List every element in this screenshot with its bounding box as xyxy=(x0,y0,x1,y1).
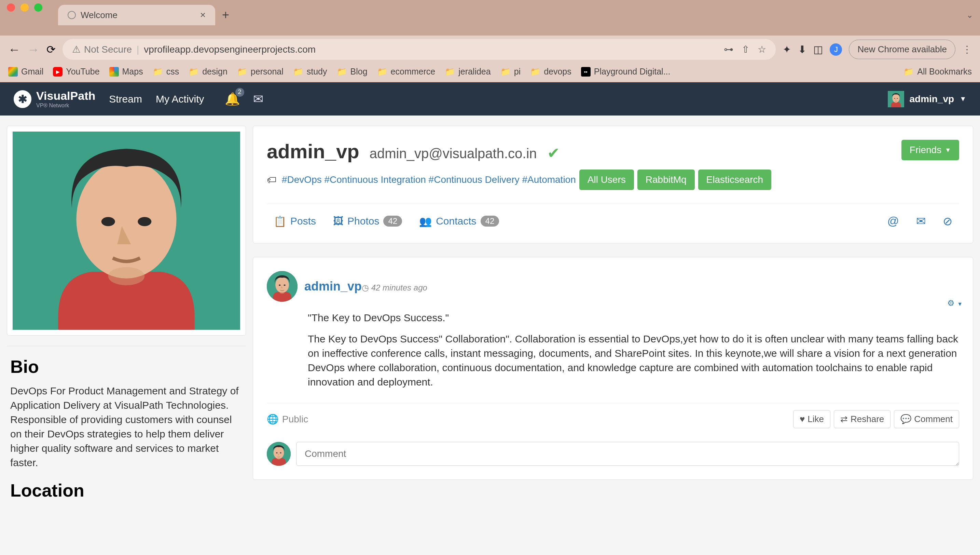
profile-name: admin_vp xyxy=(267,140,359,163)
globe-icon: 🌐 xyxy=(267,414,279,425)
reshare-button[interactable]: ⇄Reshare xyxy=(834,410,890,428)
all-users-button[interactable]: All Users xyxy=(579,170,634,190)
profile-picture[interactable] xyxy=(13,132,240,330)
post-author-avatar[interactable] xyxy=(267,271,297,302)
logo-icon: ✱ xyxy=(14,90,32,108)
post-card: admin_vp◷ 42 minutes ago ⚙ ▼ "The Key to… xyxy=(253,257,973,480)
elasticsearch-button[interactable]: Elasticsearch xyxy=(698,170,772,190)
user-menu[interactable]: admin_vp ▼ xyxy=(888,91,967,107)
bookmark-item[interactable]: ▪▪Playground Digital... xyxy=(581,67,670,77)
post-body: The Key to DevOps Success" Collaboration… xyxy=(308,332,959,389)
bookmark-label: Maps xyxy=(122,67,143,77)
back-button[interactable]: ← xyxy=(8,42,21,57)
tab-close-button[interactable]: × xyxy=(200,10,206,21)
verified-icon: ✔ xyxy=(547,144,560,162)
maps-icon xyxy=(109,67,119,77)
youtube-icon: ▶ xyxy=(53,67,62,77)
notification-count: 2 xyxy=(235,88,244,97)
caret-down-icon: ▼ xyxy=(957,301,962,307)
nav-activity[interactable]: My Activity xyxy=(156,93,204,105)
tabs-dropdown-button[interactable]: ⌄ xyxy=(966,10,973,20)
bookmark-item[interactable]: 📁personal xyxy=(237,67,283,77)
key-icon[interactable]: ⊶ xyxy=(724,44,733,55)
tag-link[interactable]: #Continuous Delivery xyxy=(429,174,520,185)
bookmark-item[interactable]: 📁devops xyxy=(530,67,571,77)
browser-menu-button[interactable]: ⋮ xyxy=(962,44,972,55)
browser-profile-button[interactable]: J xyxy=(830,43,842,56)
bookmark-item[interactable]: Maps xyxy=(109,67,143,77)
downloads-icon[interactable]: ⬇ xyxy=(798,43,806,55)
comment-input[interactable] xyxy=(296,442,959,466)
all-bookmarks-button[interactable]: 📁All Bookmarks xyxy=(903,67,972,77)
comment-button[interactable]: 💬Comment xyxy=(894,410,959,428)
tab-contacts[interactable]: 👥 Contacts 42 xyxy=(419,215,499,227)
messages-button[interactable]: ✉ xyxy=(253,92,263,106)
security-status[interactable]: ⚠ Not Secure xyxy=(72,44,132,55)
bio-heading: Bio xyxy=(10,356,243,377)
bookmark-item[interactable]: 📁jeralidea xyxy=(445,67,491,77)
tags-icon: 🏷 xyxy=(267,174,277,186)
logo[interactable]: ✱ VisualPath VP® Network xyxy=(14,89,95,109)
posts-icon: 📋 xyxy=(273,215,286,227)
bookmarks-bar: Gmail▶YouTubeMaps📁css📁design📁personal📁st… xyxy=(0,63,980,82)
bookmark-item[interactable]: ▶YouTube xyxy=(53,67,99,77)
mail-icon[interactable]: ✉ xyxy=(916,214,926,228)
bookmark-item[interactable]: 📁ecommerce xyxy=(377,67,435,77)
tab-photos[interactable]: 🖼 Photos 42 xyxy=(333,215,402,227)
sidepanel-icon[interactable]: ◫ xyxy=(813,43,823,55)
bookmark-label: pi xyxy=(514,67,521,77)
bookmark-item[interactable]: 📁pi xyxy=(500,67,521,77)
tag-link[interactable]: #DevOps xyxy=(282,174,322,185)
tab-posts[interactable]: 📋 Posts xyxy=(273,215,316,227)
bookmark-item[interactable]: 📁css xyxy=(153,67,179,77)
bookmark-star-icon[interactable]: ☆ xyxy=(758,44,766,55)
extensions-icon[interactable]: ✦ xyxy=(783,43,791,55)
bio-text: DevOps For Product Management and Strate… xyxy=(10,384,243,470)
all-bookmarks-label: All Bookmarks xyxy=(917,67,972,77)
post-settings-button[interactable]: ⚙ ▼ xyxy=(947,298,962,308)
bookmark-item[interactable]: 📁Blog xyxy=(337,67,368,77)
bookmark-item[interactable]: Gmail xyxy=(8,67,43,77)
user-avatar xyxy=(888,91,904,107)
envelope-icon: ✉ xyxy=(253,92,263,106)
bookmark-label: personal xyxy=(251,67,283,77)
bookmark-label: design xyxy=(202,67,227,77)
photos-icon: 🖼 xyxy=(333,215,343,227)
notifications-button[interactable]: 🔔 2 xyxy=(225,92,240,106)
forward-button[interactable]: → xyxy=(27,42,40,57)
user-name: admin_vp xyxy=(910,94,954,104)
mention-icon[interactable]: @ xyxy=(887,214,899,228)
like-button[interactable]: ♥Like xyxy=(793,410,830,428)
chrome-update-button[interactable]: New Chrome available xyxy=(849,40,955,59)
bookmark-label: study xyxy=(307,67,327,77)
bookmark-item[interactable]: 📁study xyxy=(293,67,327,77)
bookmark-item[interactable]: 📁design xyxy=(189,67,227,77)
share-icon[interactable]: ⇧ xyxy=(742,44,750,55)
address-bar[interactable]: ⚠ Not Secure | vprofileapp.devopsenginee… xyxy=(62,39,776,60)
bookmark-label: css xyxy=(166,67,179,77)
ban-icon[interactable]: ⊘ xyxy=(943,214,952,228)
profile-card: admin_vp admin_vp@visualpath.co.in ✔ 🏷 #… xyxy=(253,126,973,243)
post-author-name[interactable]: admin_vp xyxy=(304,279,362,293)
rabbitmq-button[interactable]: RabbitMq xyxy=(637,170,695,190)
globe-icon xyxy=(68,11,76,19)
caret-down-icon: ▼ xyxy=(959,95,966,103)
friends-button[interactable]: Friends ▼ xyxy=(902,140,959,160)
reload-button[interactable]: ⟳ xyxy=(46,43,56,56)
tag-link[interactable]: #Automation xyxy=(522,174,576,185)
brand-name: VisualPath xyxy=(36,89,95,103)
brand-subtitle: VP® Network xyxy=(36,103,95,109)
bookmark-label: ecommerce xyxy=(391,67,435,77)
url-text: vprofileapp.devopsengineerprojects.com xyxy=(144,44,316,55)
tag-link[interactable]: #Continuous Integration xyxy=(325,174,426,185)
tab-title: Welcome xyxy=(81,10,195,21)
gmail-icon xyxy=(8,67,18,77)
folder-icon: 📁 xyxy=(445,67,455,77)
browser-tab[interactable]: Welcome × xyxy=(58,5,215,25)
new-tab-button[interactable]: + xyxy=(222,8,229,22)
nav-stream[interactable]: Stream xyxy=(109,93,142,105)
folder-icon: 📁 xyxy=(153,67,163,77)
post-title: "The Key to DevOps Success." xyxy=(308,312,959,324)
bookmark-label: Gmail xyxy=(21,67,43,77)
folder-icon: 📁 xyxy=(337,67,347,77)
